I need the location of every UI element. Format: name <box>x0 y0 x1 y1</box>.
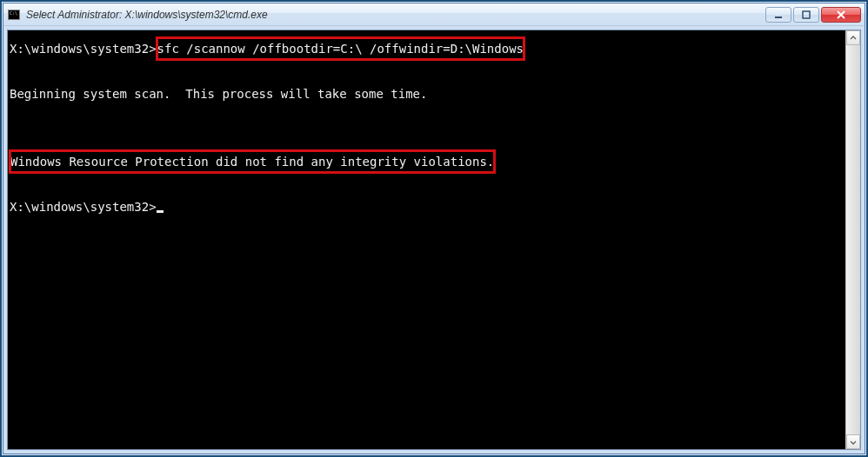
chevron-up-icon <box>850 35 857 42</box>
maximize-button[interactable] <box>793 7 819 23</box>
prompt-text: X:\windows\system32> <box>10 42 157 56</box>
app-window: Select Administrator: X:\windows\system3… <box>3 3 865 454</box>
blank-line <box>10 60 844 83</box>
blank-line <box>10 173 844 195</box>
scroll-up-button[interactable] <box>846 30 860 45</box>
cmd-icon <box>7 8 21 22</box>
prompt-text: X:\windows\system32> <box>10 200 157 214</box>
scan-begin-line: Beginning system scan. This process will… <box>10 83 844 105</box>
cursor <box>157 210 164 213</box>
maximize-icon <box>802 10 811 19</box>
close-button[interactable] <box>821 7 861 23</box>
window-controls <box>765 7 861 23</box>
minimize-button[interactable] <box>765 7 791 23</box>
titlebar[interactable]: Select Administrator: X:\windows\system3… <box>3 3 865 26</box>
minimize-icon <box>774 10 783 19</box>
command-highlighted: sfc /scannow /offbootdir=C:\ /offwindir=… <box>157 37 524 60</box>
vertical-scrollbar[interactable] <box>845 30 860 449</box>
scroll-track[interactable] <box>846 45 860 434</box>
terminal-output[interactable]: X:\windows\system32>sfc /scannow /offboo… <box>8 30 845 449</box>
scroll-down-button[interactable] <box>846 434 860 449</box>
result-highlighted: Windows Resource Protection did not find… <box>10 150 495 173</box>
svg-rect-0 <box>775 17 782 18</box>
chevron-down-icon <box>850 439 857 446</box>
client-area: X:\windows\system32>sfc /scannow /offboo… <box>7 30 861 450</box>
svg-rect-1 <box>803 11 810 18</box>
blank-line <box>10 105 844 128</box>
window-title: Select Administrator: X:\windows\system3… <box>26 9 765 21</box>
close-icon <box>836 10 846 19</box>
scroll-thumb[interactable] <box>846 45 860 434</box>
outer-frame: Select Administrator: X:\windows\system3… <box>0 0 868 457</box>
blank-line <box>10 128 844 150</box>
